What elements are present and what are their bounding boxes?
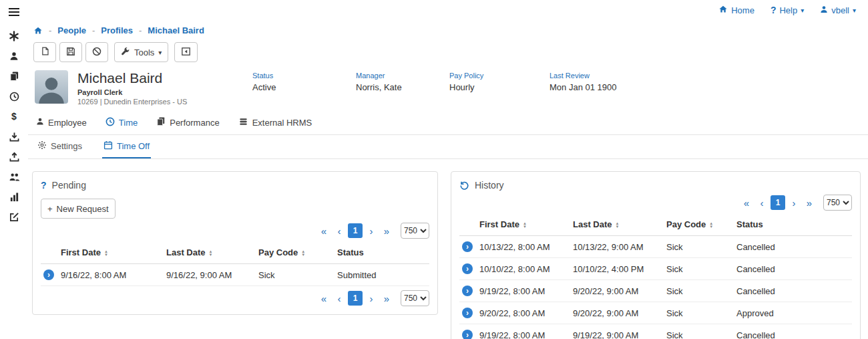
subtab-time-off[interactable]: Time Off <box>102 135 151 158</box>
compose-edit-icon[interactable] <box>5 209 23 224</box>
profile-header: Michael Baird Payroll Clerk 10269 | Dune… <box>28 70 868 106</box>
user-menu[interactable]: vbell ▾ <box>820 5 856 15</box>
pagination-current-page[interactable]: 1 <box>348 223 363 238</box>
new-request-button[interactable]: + New Request <box>41 199 116 219</box>
cell-status: Cancelled <box>734 258 852 280</box>
hamburger-menu-icon[interactable] <box>5 5 23 19</box>
topbar: Home ? Help ▾ vbell ▾ <box>28 0 868 20</box>
pagination-prev[interactable]: ‹ <box>333 292 346 305</box>
expand-row-icon[interactable]: › <box>462 286 473 296</box>
history-panel: History « ‹ 1 › » 750 First Date▲▼ L <box>451 171 861 339</box>
column-pay-code[interactable]: Pay Code▲▼ <box>664 213 734 236</box>
sort-icon: ▲▼ <box>209 250 213 257</box>
user-icon <box>820 5 828 15</box>
pagination-next[interactable]: › <box>365 292 378 305</box>
chevron-down-icon: ▾ <box>853 7 856 14</box>
pagination-next[interactable]: › <box>365 224 378 237</box>
payroll-dollar-icon[interactable]: $ <box>5 109 23 124</box>
collapse-panel-button[interactable] <box>174 42 198 62</box>
breadcrumb-profiles[interactable]: Profiles <box>101 25 133 35</box>
reports-chart-icon[interactable] <box>5 189 23 204</box>
pagination-last[interactable]: » <box>380 292 393 305</box>
help-menu[interactable]: ? Help ▾ <box>771 5 804 15</box>
pagination-prev[interactable]: ‹ <box>333 224 346 237</box>
table-header-row: First Date▲▼ Last Date▲▼ Pay Code▲▼ Stat… <box>459 213 852 236</box>
calendar-icon <box>103 140 113 152</box>
time-clock-icon[interactable] <box>5 89 23 104</box>
tab-external-hrms[interactable]: External HRMS <box>238 116 312 128</box>
collapse-panel-icon <box>181 47 191 58</box>
save-button[interactable] <box>59 42 82 62</box>
cell-last-date: 9/20/22, 9:00 AM <box>570 280 664 302</box>
column-last-date[interactable]: Last Date▲▼ <box>164 241 256 264</box>
column-pay-code[interactable]: Pay Code▲▼ <box>256 241 335 264</box>
table-row: › 10/10/22, 8:00 AM 10/10/22, 4:00 PM Si… <box>459 258 852 280</box>
page-size-select[interactable]: 750 <box>401 223 429 239</box>
breadcrumb-current[interactable]: Michael Baird <box>148 25 204 35</box>
pagination-first[interactable]: « <box>740 196 753 209</box>
page-size-select[interactable]: 750 <box>823 195 852 211</box>
profile-tabs: Employee Time Performance External HRMS <box>28 116 868 135</box>
cell-first-date: 9/19/22, 8:00 AM <box>477 324 570 339</box>
plus-icon: + <box>47 204 53 214</box>
column-last-date[interactable]: Last Date▲▼ <box>570 213 664 236</box>
expand-row-icon[interactable]: › <box>462 330 473 339</box>
page-size-select[interactable]: 750 <box>401 290 429 306</box>
tab-time[interactable]: Time <box>105 116 138 128</box>
time-subtabs: Settings Time Off <box>28 135 868 159</box>
person-icon <box>36 117 44 128</box>
sort-icon: ▲▼ <box>523 222 527 229</box>
cell-pay-code: Sick <box>664 236 734 258</box>
dashboard-icon[interactable] <box>5 29 23 43</box>
tab-employee[interactable]: Employee <box>36 116 87 128</box>
people-icon[interactable] <box>5 49 23 64</box>
panel-title: Pending <box>52 180 86 191</box>
expand-row-icon[interactable]: › <box>462 308 473 318</box>
sort-icon: ▲▼ <box>301 250 305 257</box>
pagination-last[interactable]: » <box>803 196 816 209</box>
pagination-next[interactable]: › <box>787 196 801 209</box>
subtab-settings[interactable]: Settings <box>36 135 83 158</box>
pending-panel-header: ? Pending <box>41 180 429 191</box>
sort-icon: ▲▼ <box>104 250 108 257</box>
breadcrumb-home-icon[interactable] <box>33 26 43 35</box>
breadcrumb-people[interactable]: People <box>57 25 86 35</box>
question-icon: ? <box>41 180 47 191</box>
save-icon <box>66 47 75 58</box>
cell-pay-code: Sick <box>256 264 335 286</box>
cell-first-date: 9/16/22, 8:00 AM <box>58 264 164 286</box>
new-record-button[interactable] <box>33 42 56 62</box>
cell-status: Cancelled <box>734 324 852 339</box>
panel-title: History <box>475 180 504 191</box>
sort-icon: ▲▼ <box>616 222 620 229</box>
stack-icon <box>238 117 248 128</box>
expand-row-icon[interactable]: › <box>462 263 473 274</box>
pagination-last[interactable]: » <box>380 224 393 237</box>
pagination-first[interactable]: « <box>317 292 331 305</box>
cell-status: Cancelled <box>734 280 852 302</box>
import-download-icon[interactable] <box>5 129 23 144</box>
pagination-first[interactable]: « <box>317 224 331 237</box>
tab-performance[interactable]: Performance <box>156 116 219 128</box>
app-sidebar: $ <box>0 0 28 339</box>
column-first-date[interactable]: First Date▲▼ <box>58 241 164 264</box>
pagination-prev[interactable]: ‹ <box>755 196 769 209</box>
expand-row-icon[interactable]: › <box>462 241 473 252</box>
table-header-row: First Date▲▼ Last Date▲▼ Pay Code▲▼ Stat… <box>41 241 429 264</box>
export-upload-icon[interactable] <box>5 149 23 164</box>
cell-pay-code: Sick <box>664 280 734 302</box>
cancel-button[interactable] <box>85 42 108 62</box>
documents-icon[interactable] <box>5 69 23 84</box>
groups-icon[interactable] <box>5 169 23 184</box>
tools-dropdown-button[interactable]: Tools ▾ <box>114 42 168 62</box>
column-first-date[interactable]: First Date▲▼ <box>477 213 570 236</box>
cell-status: Submitted <box>335 264 429 286</box>
pagination-current-page[interactable]: 1 <box>348 291 363 306</box>
pagination-current-page[interactable]: 1 <box>771 195 785 210</box>
profile-id-line: 10269 | Dunedin Enterprises - US <box>77 98 252 106</box>
history-table: First Date▲▼ Last Date▲▼ Pay Code▲▼ Stat… <box>459 213 852 339</box>
home-link[interactable]: Home <box>718 5 754 15</box>
new-document-icon <box>41 46 49 58</box>
expand-row-icon[interactable]: › <box>43 269 54 280</box>
chevron-down-icon: ▾ <box>801 7 804 14</box>
